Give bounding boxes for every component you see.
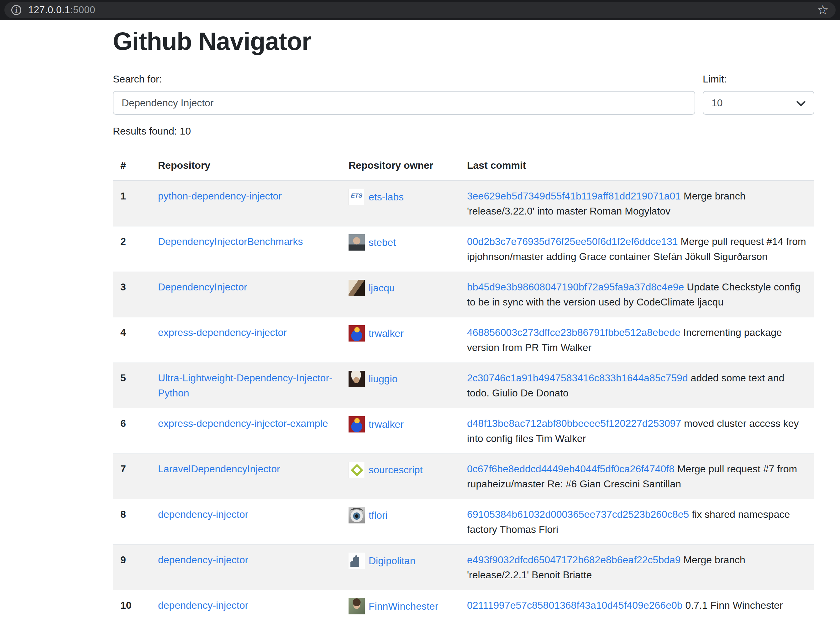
repo-link[interactable]: DependencyInjectorBenchmarks — [158, 236, 303, 247]
table-row: 6 express-dependency-injector-example tr… — [113, 408, 814, 454]
table-row: 9 dependency-injector Digipolitan e493f9… — [113, 545, 814, 590]
owner-avatar — [349, 189, 365, 205]
owner-avatar — [349, 553, 365, 569]
row-index: 10 — [113, 590, 150, 622]
repo-link[interactable]: dependency-injector — [158, 509, 248, 520]
search-field-group: Search for: — [113, 71, 695, 115]
row-index: 1 — [113, 181, 150, 226]
row-index: 4 — [113, 317, 150, 363]
row-index: 6 — [113, 408, 150, 454]
owner-avatar — [349, 462, 365, 478]
table-row: 4 express-dependency-injector trwalker 4… — [113, 317, 814, 363]
page-content: Github Navigator Search for: Limit: 10 R… — [113, 20, 814, 622]
url-text: 127.0.0.1:5000 — [28, 3, 95, 17]
repo-link[interactable]: LaravelDependencyInjector — [158, 463, 280, 474]
table-row: 10 dependency-injector FinnWinchester 02… — [113, 590, 814, 622]
commit-hash-link[interactable]: 02111997e57c85801368f43a10d45f409e266e0b — [467, 599, 683, 611]
repo-link[interactable]: python-dependency-injector — [158, 190, 282, 202]
owner-link[interactable]: sourcescript — [369, 464, 423, 476]
limit-select-wrap: 10 — [703, 91, 814, 115]
row-index: 8 — [113, 499, 150, 545]
search-input[interactable] — [113, 91, 695, 115]
col-header-index: # — [113, 150, 150, 181]
commit-hash-link[interactable]: 3ee629eb5d7349d55f41b119aff81dd219071a01 — [467, 190, 681, 202]
owner-avatar — [349, 598, 365, 614]
bookmark-star-icon[interactable]: ☆ — [817, 3, 829, 17]
owner-link[interactable]: tflori — [369, 510, 387, 521]
table-row: 2 DependencyInjectorBenchmarks stebet 00… — [113, 226, 814, 272]
owner-link[interactable]: stebet — [369, 237, 396, 248]
commit-hash-link[interactable]: e493f9032dfcd65047172b682e8b6eaf22c5bda9 — [467, 554, 681, 565]
results-table-head: # Repository Repository owner Last commi… — [113, 150, 814, 181]
col-header-owner: Repository owner — [341, 150, 459, 181]
row-index: 5 — [113, 363, 150, 408]
limit-select[interactable]: 10 — [703, 91, 814, 115]
repo-link[interactable]: express-dependency-injector-example — [158, 418, 328, 429]
table-row: 5 Ultra-Lightweight-Dependency-Injector-… — [113, 363, 814, 408]
row-index: 9 — [113, 545, 150, 590]
table-row: 3 DependencyInjector ljacqu bb45d9e3b986… — [113, 272, 814, 317]
owner-avatar — [349, 280, 365, 296]
browser-chrome: i 127.0.0.1:5000 ☆ — [0, 0, 840, 20]
owner-link[interactable]: ets-labs — [369, 191, 404, 202]
commit-hash-link[interactable]: bb45d9e3b98608047190bf72a95fa9a37d8c4e9e — [467, 281, 684, 293]
limit-label: Limit: — [703, 71, 814, 87]
address-bar[interactable]: i 127.0.0.1:5000 ☆ — [5, 2, 835, 18]
info-icon[interactable]: i — [11, 5, 21, 15]
owner-avatar — [349, 325, 365, 342]
commit-hash-link[interactable]: 468856003c273dffce23b86791fbbe512a8ebede — [467, 327, 681, 338]
search-form: Search for: Limit: 10 — [113, 71, 814, 115]
page-title: Github Navigator — [113, 26, 814, 57]
repo-link[interactable]: express-dependency-injector — [158, 327, 287, 338]
owner-avatar — [349, 371, 365, 387]
url-port: :5000 — [70, 5, 95, 15]
owner-link[interactable]: trwalker — [369, 328, 404, 339]
owner-avatar — [349, 416, 365, 432]
owner-link[interactable]: FinnWinchester — [369, 601, 438, 612]
results-count: Results found: 10 — [113, 123, 814, 139]
owner-link[interactable]: ljacqu — [369, 282, 395, 294]
repo-link[interactable]: DependencyInjector — [158, 281, 247, 293]
repo-link[interactable]: dependency-injector — [158, 599, 248, 611]
results-table: # Repository Repository owner Last commi… — [113, 150, 814, 622]
commit-hash-link[interactable]: 0c67f6be8eddcd4449eb4044f5df0ca26f4740f8 — [467, 463, 674, 474]
row-index: 7 — [113, 454, 150, 499]
commit-hash-link[interactable]: d48f13be8ac712abf80bbeeee5f120227d253097 — [467, 418, 681, 429]
repo-link[interactable]: dependency-injector — [158, 554, 248, 565]
commit-hash-link[interactable]: 69105384b61032d000365ee737cd2523b260c8e5 — [467, 509, 689, 520]
table-row: 1 python-dependency-injector ets-labs 3e… — [113, 181, 814, 226]
owner-avatar — [349, 507, 365, 523]
row-index: 3 — [113, 272, 150, 317]
table-row: 8 dependency-injector tflori 69105384b61… — [113, 499, 814, 545]
owner-link[interactable]: trwalker — [369, 419, 404, 430]
limit-field-group: Limit: 10 — [703, 71, 814, 115]
owner-avatar — [349, 234, 365, 251]
commit-message: 0.7.1 Finn Winchester — [685, 599, 783, 611]
search-label: Search for: — [113, 71, 695, 87]
owner-link[interactable]: Digipolitan — [369, 555, 415, 566]
table-row: 7 LaravelDependencyInjector sourcescript… — [113, 454, 814, 499]
col-header-last-commit: Last commit — [459, 150, 814, 181]
results-table-body: 1 python-dependency-injector ets-labs 3e… — [113, 181, 814, 622]
col-header-repository: Repository — [150, 150, 341, 181]
repo-link[interactable]: Ultra-Lightweight-Dependency-Injector-Py… — [158, 372, 333, 399]
commit-hash-link[interactable]: 00d2b3c7e76935d76f25ee50f6d1f2ef6ddce131 — [467, 236, 678, 247]
owner-link[interactable]: liuggio — [369, 373, 398, 384]
row-index: 2 — [113, 226, 150, 272]
url-host: 127.0.0.1 — [28, 5, 70, 15]
commit-hash-link[interactable]: 2c30746c1a91b4947583416c833b1644a85c759d — [467, 372, 688, 384]
